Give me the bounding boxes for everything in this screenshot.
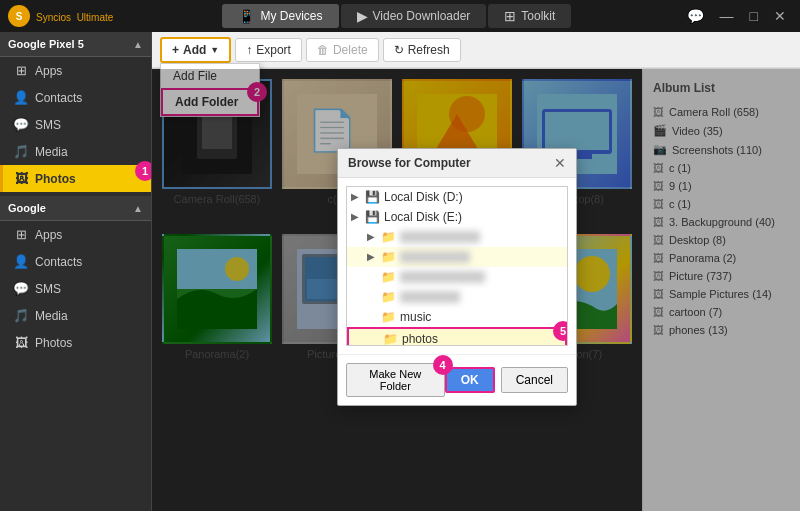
my-devices-btn[interactable]: 📱 My Devices bbox=[222, 4, 338, 28]
toolbar: + Add ▼ Add File Add Folder 2 ↑ bbox=[152, 32, 800, 68]
title-bar: S Syncios Ultimate 📱 My Devices ▶ Video … bbox=[0, 0, 800, 32]
tree-arrow-e: ▶ bbox=[351, 211, 361, 222]
tree-item-blurred-1[interactable]: ▶ 📁 bbox=[347, 227, 567, 247]
collapse-arrow-1[interactable]: ▲ bbox=[133, 39, 143, 50]
refresh-icon: ↻ bbox=[394, 43, 404, 57]
title-bar-left: S Syncios Ultimate bbox=[8, 5, 113, 27]
sidebar-item-photos-1[interactable]: 🖼 Photos 1 bbox=[0, 165, 151, 192]
video-downloader-btn[interactable]: ▶ Video Downloader bbox=[341, 4, 487, 28]
make-folder-wrap: Make New Folder 4 bbox=[346, 363, 445, 397]
apps-icon-1: ⊞ bbox=[13, 63, 29, 78]
add-dropdown-arrow: ▼ bbox=[210, 45, 219, 55]
photos-icon-1: 🖼 bbox=[13, 171, 29, 186]
tree-arrow-d: ▶ bbox=[351, 191, 361, 202]
app-logo: S bbox=[8, 5, 30, 27]
folder-icon-photos: 📁 bbox=[383, 332, 398, 346]
dialog-footer: Make New Folder 4 OK Cancel bbox=[338, 354, 576, 405]
dialog-body: ▶ 💾 Local Disk (D:) ▶ 💾 Local Disk (E:) bbox=[338, 178, 576, 354]
dialog-overlay: Browse for Computer ✕ ▶ 💾 Local Disk (D:… bbox=[152, 69, 800, 511]
tree-item-blurred-3[interactable]: 📁 bbox=[347, 267, 567, 287]
folder-icon-music: 📁 bbox=[381, 310, 396, 324]
make-new-folder-button[interactable]: Make New Folder bbox=[346, 363, 445, 397]
delete-icon: 🗑 bbox=[317, 43, 329, 57]
export-button[interactable]: ↑ Export bbox=[235, 38, 302, 62]
sidebar-item-contacts-1[interactable]: 👤 Contacts bbox=[0, 84, 151, 111]
folder-icon-b4: 📁 bbox=[381, 290, 396, 304]
tree-item-photos[interactable]: 📁 photos 5 bbox=[347, 327, 567, 346]
add-button[interactable]: + Add ▼ bbox=[160, 37, 231, 63]
ok-button[interactable]: OK bbox=[445, 367, 495, 393]
apps-icon-2: ⊞ bbox=[13, 227, 29, 242]
tree-item-blurred-2[interactable]: ▶ 📁 bbox=[347, 247, 567, 267]
tree-arrow-b1: ▶ bbox=[367, 231, 377, 242]
device-header-1: Google Pixel 5 ▲ bbox=[0, 32, 151, 57]
folder-icon-b3: 📁 bbox=[381, 270, 396, 284]
right-panel: + Add ▼ Add File Add Folder 2 ↑ bbox=[152, 32, 800, 511]
sidebar-item-media-1[interactable]: 🎵 Media bbox=[0, 138, 151, 165]
dialog-action-buttons: OK Cancel bbox=[445, 367, 568, 393]
dialog-title-bar: Browse for Computer ✕ bbox=[338, 149, 576, 178]
device-header-2: Google ▲ bbox=[0, 196, 151, 221]
disk-icon-d: 💾 bbox=[365, 190, 380, 204]
toolbar-wrap: + Add ▼ Add File Add Folder 2 ↑ bbox=[152, 32, 800, 69]
content-container: Camera Roll(658) 📄 c(1) bbox=[152, 69, 800, 511]
sidebar-item-sms-1[interactable]: 💬 SMS bbox=[0, 111, 151, 138]
cancel-button[interactable]: Cancel bbox=[501, 367, 568, 393]
refresh-button[interactable]: ↻ Refresh bbox=[383, 38, 461, 62]
folder-icon-b2: 📁 bbox=[381, 250, 396, 264]
sidebar: Google Pixel 5 ▲ ⊞ Apps 👤 Contacts 💬 SMS… bbox=[0, 32, 152, 511]
blurred-label-2 bbox=[400, 251, 470, 263]
sms-icon-1: 💬 bbox=[13, 117, 29, 132]
tree-item-disk-e[interactable]: ▶ 💾 Local Disk (E:) bbox=[347, 207, 567, 227]
sidebar-item-sms-2[interactable]: 💬 SMS bbox=[0, 275, 151, 302]
tree-item-blurred-4[interactable]: 📁 bbox=[347, 287, 567, 307]
main-area: Google Pixel 5 ▲ ⊞ Apps 👤 Contacts 💬 SMS… bbox=[0, 32, 800, 511]
add-icon: + bbox=[172, 43, 179, 57]
blurred-label-4 bbox=[400, 291, 460, 303]
video-icon: ▶ bbox=[357, 8, 368, 24]
dialog-close-button[interactable]: ✕ bbox=[554, 155, 566, 171]
window-controls: 💬 — □ ✕ bbox=[681, 6, 792, 26]
sidebar-item-contacts-2[interactable]: 👤 Contacts bbox=[0, 248, 151, 275]
nav-bar: 📱 My Devices ▶ Video Downloader ⊞ Toolki… bbox=[222, 4, 571, 28]
folder-icon-b1: 📁 bbox=[381, 230, 396, 244]
toolkit-btn[interactable]: ⊞ Toolkit bbox=[488, 4, 571, 28]
sidebar-item-apps-1[interactable]: ⊞ Apps bbox=[0, 57, 151, 84]
sms-icon-2: 💬 bbox=[13, 281, 29, 296]
media-icon-1: 🎵 bbox=[13, 144, 29, 159]
close-btn[interactable]: ✕ bbox=[768, 6, 792, 26]
add-btn-wrap: + Add ▼ Add File Add Folder 2 bbox=[160, 37, 231, 63]
sidebar-item-photos-2[interactable]: 🖼 Photos bbox=[0, 329, 151, 356]
media-icon-2: 🎵 bbox=[13, 308, 29, 323]
blurred-label-3 bbox=[400, 271, 485, 283]
app-name: Syncios Ultimate bbox=[36, 9, 113, 24]
sidebar-item-apps-2[interactable]: ⊞ Apps bbox=[0, 221, 151, 248]
collapse-arrow-2[interactable]: ▲ bbox=[133, 203, 143, 214]
photos-icon-2: 🖼 bbox=[13, 335, 29, 350]
tree-item-disk-d[interactable]: ▶ 💾 Local Disk (D:) bbox=[347, 187, 567, 207]
contacts-icon-1: 👤 bbox=[13, 90, 29, 105]
browse-dialog: Browse for Computer ✕ ▶ 💾 Local Disk (D:… bbox=[337, 148, 577, 406]
delete-button[interactable]: 🗑 Delete bbox=[306, 38, 379, 62]
tree-item-music[interactable]: 📁 music bbox=[347, 307, 567, 327]
step1-badge: 1 bbox=[135, 161, 152, 181]
disk-icon-e: 💾 bbox=[365, 210, 380, 224]
dialog-tree[interactable]: ▶ 💾 Local Disk (D:) ▶ 💾 Local Disk (E:) bbox=[346, 186, 568, 346]
step4-badge: 4 bbox=[433, 355, 453, 375]
step5-badge: 5 bbox=[553, 321, 568, 341]
export-icon: ↑ bbox=[246, 43, 252, 57]
chat-btn[interactable]: 💬 bbox=[681, 6, 710, 26]
dialog-title: Browse for Computer bbox=[348, 156, 471, 170]
maximize-btn[interactable]: □ bbox=[744, 6, 764, 26]
blurred-label-1 bbox=[400, 231, 480, 243]
toolkit-icon: ⊞ bbox=[504, 8, 516, 24]
minimize-btn[interactable]: — bbox=[714, 6, 740, 26]
tree-arrow-b2: ▶ bbox=[367, 251, 377, 262]
sidebar-item-media-2[interactable]: 🎵 Media bbox=[0, 302, 151, 329]
device-icon: 📱 bbox=[238, 8, 255, 24]
contacts-icon-2: 👤 bbox=[13, 254, 29, 269]
